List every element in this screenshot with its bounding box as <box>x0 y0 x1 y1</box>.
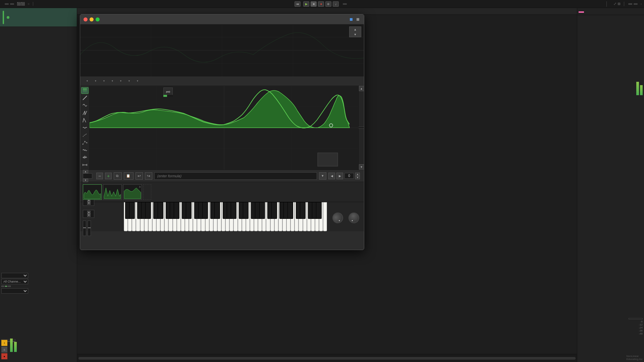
tool-curve-dots[interactable] <box>81 139 89 146</box>
tool-select[interactable] <box>81 87 89 94</box>
formula-dropdown-btn[interactable]: ▾ <box>319 172 326 180</box>
monitor-off-btn[interactable] <box>8 286 11 287</box>
stop-button[interactable]: ■ <box>311 1 317 7</box>
rewind-button[interactable]: ⏮ <box>294 1 301 7</box>
grid-value-input[interactable] <box>344 173 354 179</box>
monitor-in-btn[interactable] <box>1 286 4 287</box>
waveform-editor[interactable] <box>90 86 359 170</box>
maximize-button[interactable] <box>96 17 100 21</box>
tool-wave2[interactable] <box>81 124 89 131</box>
black-key-4-2[interactable] <box>243 202 249 219</box>
track-serum[interactable] <box>0 8 77 27</box>
zoom-stepper[interactable]: ▲ ▼ <box>349 26 361 37</box>
minimize-button[interactable] <box>90 17 94 21</box>
monitor-auto-btn[interactable] <box>5 286 7 287</box>
click-button[interactable]: ♩ <box>333 1 339 7</box>
grid-up-btn[interactable]: ▲ <box>355 173 360 176</box>
wt-add-button[interactable] <box>143 184 151 200</box>
master-section <box>577 15 644 18</box>
tool-triangle[interactable] <box>81 117 89 124</box>
black-key-3-6[interactable] <box>231 202 236 219</box>
black-key-2-6[interactable] <box>202 202 208 219</box>
paste-button[interactable]: 📋 <box>124 172 133 180</box>
grid-down-btn[interactable]: ▼ <box>355 176 360 179</box>
black-key-6-6[interactable] <box>316 202 322 219</box>
menu-add-remove[interactable]: ▾ <box>108 78 116 83</box>
link-button[interactable] <box>5 3 9 5</box>
black-key-1-2[interactable] <box>158 202 163 219</box>
black-key-3-2[interactable] <box>214 202 220 219</box>
pitch-down-down-btn[interactable]: ▼ <box>87 214 91 217</box>
pitch-bend-slider-2[interactable] <box>88 221 91 236</box>
close-button[interactable] <box>84 17 88 21</box>
play-button[interactable]: ▶ <box>303 1 309 7</box>
menu-process[interactable]: ▾ <box>91 78 99 83</box>
record-button[interactable]: ● <box>318 1 324 7</box>
plus-btn[interactable]: + <box>105 173 112 179</box>
black-key-1-6[interactable] <box>174 202 179 219</box>
black-key-6-2[interactable] <box>300 202 306 219</box>
pitch-down-up-btn[interactable]: ▲ <box>87 211 91 214</box>
midi-button[interactable] <box>634 3 638 5</box>
tool-saw[interactable] <box>81 110 89 116</box>
tool-line[interactable] <box>81 95 89 101</box>
piano-keyboard[interactable]: // We'll use inline style instead <box>124 202 327 231</box>
editor-grid <box>90 86 359 170</box>
tool-flip[interactable] <box>81 162 89 168</box>
redo-button[interactable]: ↪ <box>145 172 152 180</box>
scroll-down-button[interactable]: ▼ <box>359 164 364 170</box>
wt-slot-2[interactable] <box>103 184 122 200</box>
black-key-0-6[interactable] <box>145 202 151 219</box>
undo-button[interactable]: ↩ <box>136 172 143 180</box>
white-key-c8[interactable] <box>323 202 327 231</box>
osc-a-tab[interactable] <box>350 18 354 21</box>
loop-button[interactable]: ⊕ <box>325 1 331 7</box>
grid-stepper[interactable]: ▲ ▼ <box>355 173 360 179</box>
new-button[interactable] <box>343 3 347 5</box>
black-key-2-2[interactable] <box>186 202 192 219</box>
minus-btn[interactable]: − <box>96 173 103 179</box>
solo-button[interactable]: ● <box>1 353 7 359</box>
tap-button[interactable] <box>10 3 14 5</box>
pitch-up-down-btn[interactable]: ▼ <box>87 202 91 205</box>
page-stepper[interactable]: ▲ ▼ <box>83 170 92 182</box>
black-key-0-2[interactable] <box>129 202 135 219</box>
midi-from-select[interactable] <box>1 273 28 278</box>
mute-button[interactable]: S <box>1 347 7 353</box>
tool-dots[interactable] <box>81 132 89 138</box>
page-down-btn[interactable]: ▼ <box>83 179 88 182</box>
zoom-up-button[interactable]: ▲ <box>350 27 361 32</box>
midi-channel-select[interactable]: All Channe... <box>1 279 28 284</box>
pitch-down-stepper[interactable]: ▲ ▼ <box>87 211 91 217</box>
page-up-btn[interactable]: ▲ <box>83 170 88 173</box>
copy-button[interactable]: ⧉ <box>114 172 122 180</box>
tool-random[interactable] <box>81 154 89 161</box>
wt-slot-3[interactable]: 3 <box>123 184 142 200</box>
menu-single[interactable]: ▾ <box>83 78 91 83</box>
tool-sinc[interactable] <box>81 147 89 154</box>
black-key-5-6[interactable] <box>287 202 293 219</box>
menu-sort[interactable]: ▾ <box>116 78 124 83</box>
porta-knob[interactable] <box>330 210 345 225</box>
pitch-down-display[interactable]: ▲ ▼ <box>83 210 94 218</box>
zoom-down-button[interactable]: ▼ <box>350 32 361 37</box>
black-key-4-6[interactable] <box>259 202 265 219</box>
grid-prev-btn[interactable]: ◀ <box>328 173 335 179</box>
osc-b-tab[interactable] <box>357 18 361 21</box>
wt-slot-1[interactable] <box>83 184 102 200</box>
formula-input[interactable] <box>154 172 317 180</box>
key-button[interactable] <box>628 3 632 5</box>
bottom-scrollbar[interactable] <box>77 354 577 362</box>
black-key-5-2[interactable] <box>271 202 277 219</box>
pitch-bend-slider-1[interactable] <box>83 221 86 236</box>
grid-next-btn[interactable]: ▶ <box>336 173 343 179</box>
scroll-handle[interactable] <box>78 357 576 360</box>
menu-export[interactable]: ▾ <box>133 78 141 83</box>
page-current-display[interactable] <box>83 173 92 179</box>
arm-button[interactable]: I <box>1 340 7 346</box>
menu-morph[interactable]: ▾ <box>100 78 107 83</box>
menu-import[interactable]: ▾ <box>125 78 132 83</box>
tool-sine[interactable] <box>81 102 89 109</box>
scroll-up-button[interactable]: ▲ <box>359 86 364 91</box>
curve-knob[interactable] <box>346 210 361 225</box>
